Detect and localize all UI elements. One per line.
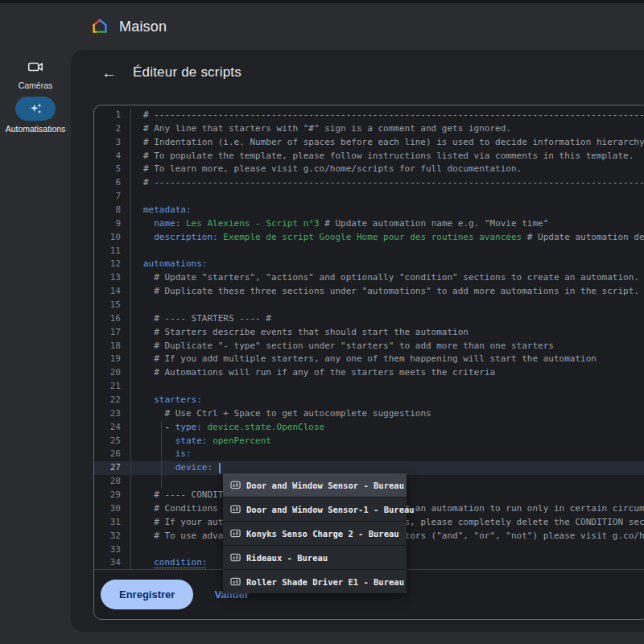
- autocomplete-item[interactable]: Rideaux - Bureau: [223, 545, 407, 569]
- back-arrow-icon[interactable]: ←: [98, 62, 120, 84]
- code-line[interactable]: 11: [94, 245, 644, 258]
- code-line[interactable]: 26 is:: [94, 448, 644, 461]
- indent-guide: [161, 421, 162, 489]
- sparkles-icon: [15, 97, 56, 121]
- line-number: 20: [94, 366, 131, 380]
- code-line[interactable]: 8metadata:: [94, 204, 644, 217]
- code-line[interactable]: 10 description: Exemple de script Google…: [94, 231, 644, 245]
- sidebar-item-label: Automatisations: [6, 124, 66, 134]
- line-number: 25: [94, 435, 131, 448]
- line-number: 6: [94, 176, 131, 190]
- autocomplete-item[interactable]: Door and Window Sensor-1 - Bureau: [223, 497, 407, 521]
- line-number: 33: [94, 543, 131, 557]
- code-line-text: # --------------------------------------…: [131, 109, 644, 122]
- code-line[interactable]: 9 name: Les Alexiens - Script n°3 # Upda…: [94, 217, 644, 231]
- autocomplete-item-label: Door and Window Sensor - Bureau: [246, 481, 404, 490]
- line-number: 12: [94, 258, 131, 271]
- sidebar-item-automations[interactable]: Automatisations: [0, 97, 71, 134]
- line-number: 15: [94, 299, 131, 312]
- code-line-text: - type: device.state.OpenClose: [131, 421, 644, 435]
- device-icon: [230, 480, 241, 490]
- code-line[interactable]: 23 # Use Ctrl + Space to get autocomplet…: [94, 407, 644, 421]
- text-cursor: [219, 463, 221, 473]
- code-line[interactable]: 13 # Update "starters", "actions" and op…: [94, 271, 644, 285]
- code-line-text: # ---- STARTERS ---- #: [131, 312, 644, 326]
- device-icon: [230, 576, 241, 587]
- code-line[interactable]: 2# Any line that starters with "#" sign …: [94, 122, 644, 136]
- code-line[interactable]: 7: [94, 190, 644, 204]
- code-line[interactable]: 20 # Automations will run if any of the …: [94, 366, 644, 380]
- code-line[interactable]: 19 # If you add multiple starters, any o…: [94, 353, 644, 366]
- code-line-text: # To learn more, please visit g.co/home/…: [131, 163, 644, 176]
- line-number: 2: [94, 122, 131, 136]
- code-line[interactable]: 18 # Duplicate "- type" section under "s…: [94, 340, 644, 353]
- autocomplete-item-label: Rideaux - Bureau: [246, 553, 328, 563]
- line-number: 28: [94, 475, 131, 489]
- autocomplete-dropdown: Door and Window Sensor - BureauDoor and …: [223, 473, 407, 593]
- code-line-text: # Indentation (i.e. Number of spaces bef…: [131, 136, 644, 150]
- code-line-text: [131, 190, 644, 204]
- line-number: 31: [94, 516, 131, 530]
- line-number: 13: [94, 271, 131, 285]
- code-line-text: starters:: [131, 394, 644, 407]
- camera-icon: [27, 56, 44, 77]
- code-line-text: # Duplicate these three sections under "…: [131, 285, 644, 299]
- line-number: 9: [94, 217, 131, 231]
- autocomplete-item-label: Roller Shade Driver E1 - Bureau: [246, 577, 404, 587]
- code-line[interactable]: 5# To learn more, please visit g.co/home…: [94, 163, 644, 176]
- line-number: 30: [94, 502, 131, 516]
- sidebar: Caméras Automatisations: [0, 50, 71, 644]
- line-number: 7: [94, 190, 131, 204]
- code-line-text: metadata:: [131, 204, 644, 217]
- line-number: 14: [94, 285, 131, 299]
- code-line-text: # Update "starters", "actions" and optio…: [131, 271, 644, 285]
- code-line[interactable]: 21: [94, 380, 644, 394]
- code-line[interactable]: 17 # Starters describe events that shoul…: [94, 326, 644, 340]
- line-number: 29: [94, 489, 131, 502]
- code-line-text: # To populate the template, please follo…: [131, 150, 644, 163]
- page-header: ← Éditeur de scripts: [71, 50, 242, 95]
- autocomplete-item-label: Door and Window Sensor-1 - Bureau: [246, 505, 415, 514]
- code-line-text: state: openPercent: [131, 435, 644, 448]
- sidebar-item-cameras[interactable]: Caméras: [0, 56, 71, 90]
- code-line-text: [131, 380, 644, 394]
- autocomplete-item[interactable]: Door and Window Sensor - Bureau: [223, 473, 407, 497]
- autocomplete-item[interactable]: Konyks Senso Charge 2 - Bureau: [223, 521, 407, 545]
- code-line[interactable]: 16 # ---- STARTERS ---- #: [94, 312, 644, 326]
- line-number: 22: [94, 394, 131, 407]
- device-icon: [230, 528, 241, 539]
- code-line[interactable]: 24 - type: device.state.OpenClose: [94, 421, 644, 435]
- sidebar-item-label: Caméras: [19, 80, 53, 90]
- code-line[interactable]: 1# -------------------------------------…: [94, 109, 644, 122]
- code-line[interactable]: 22 starters:: [94, 394, 644, 407]
- line-number: 23: [94, 407, 131, 421]
- google-home-logo-icon: [90, 17, 109, 36]
- code-line[interactable]: 14 # Duplicate these three sections unde…: [94, 285, 644, 299]
- code-line[interactable]: 3# Indentation (i.e. Number of spaces be…: [94, 136, 644, 150]
- line-number: 24: [94, 421, 131, 435]
- code-line-text: # Use Ctrl + Space to get autocomplete s…: [131, 407, 644, 421]
- code-line-text: # If you add multiple starters, any one …: [131, 353, 644, 366]
- code-line-text: # --------------------------------------…: [131, 176, 644, 190]
- code-line-text: # Any line that starters with "#" sign i…: [131, 122, 644, 136]
- code-line[interactable]: 15: [94, 299, 644, 312]
- line-number: 4: [94, 150, 131, 163]
- autocomplete-item[interactable]: Roller Shade Driver E1 - Bureau: [223, 569, 407, 593]
- code-line[interactable]: 25 state: openPercent: [94, 435, 644, 448]
- autocomplete-item-label: Konyks Senso Charge 2 - Bureau: [246, 529, 399, 539]
- line-number: 32: [94, 530, 131, 543]
- save-button[interactable]: Enregistrer: [101, 580, 193, 609]
- page-title: Éditeur de scripts: [133, 64, 242, 80]
- code-line[interactable]: 6# -------------------------------------…: [94, 176, 644, 190]
- code-line-text: [131, 299, 644, 312]
- line-number: 11: [94, 245, 131, 258]
- line-number: 18: [94, 340, 131, 353]
- code-line-text: automations:: [131, 258, 644, 271]
- line-number: 17: [94, 326, 131, 340]
- device-icon: [230, 504, 241, 514]
- code-line[interactable]: 4# To populate the template, please foll…: [94, 150, 644, 163]
- line-number: 21: [94, 380, 131, 394]
- line-number: 3: [94, 136, 131, 150]
- app-bar: Maison: [0, 3, 644, 50]
- code-line[interactable]: 12automations:: [94, 258, 644, 271]
